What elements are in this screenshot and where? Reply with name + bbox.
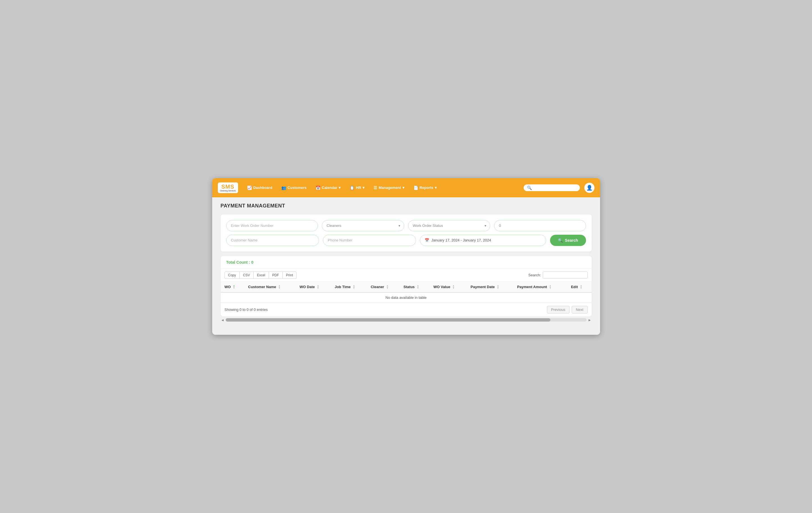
nav-calendar-label: Calendar [322, 186, 338, 190]
calendar-date-icon: 📅 [425, 238, 429, 242]
logo: SMS Cleaning Services [218, 182, 238, 193]
excel-button[interactable]: Excel [253, 272, 268, 279]
total-count-label: Total Count : [226, 260, 250, 264]
nav-search-icon: 🔍 [527, 186, 532, 190]
pagination-bar: Showing 0 to 0 of 0 entries Previous Nex… [221, 303, 592, 316]
col-wo-date[interactable]: WO Date ▲▼ [296, 282, 331, 293]
customers-icon: 👥 [281, 186, 286, 190]
scroll-left-arrow[interactable]: ◀ [221, 318, 225, 322]
nav-management[interactable]: ☰ Management ▾ [370, 184, 408, 192]
nav-dashboard[interactable]: 📈 Dashboard [244, 184, 276, 192]
next-button[interactable]: Next [572, 306, 588, 313]
col-wo[interactable]: WO ▲ ▼ [221, 282, 244, 293]
edit-sort-icon: ▲▼ [580, 285, 582, 289]
hr-dropdown-icon: ▾ [362, 186, 365, 190]
nav-dashboard-label: Dashboard [253, 186, 272, 190]
col-payment-amount[interactable]: Payment Amount ▲▼ [513, 282, 567, 293]
customer-name-input[interactable] [226, 235, 319, 246]
nav-management-label: Management [379, 186, 401, 190]
search-btn-icon: 🔍 [558, 238, 563, 243]
customer-sort-icon: ▲▼ [278, 285, 281, 289]
cleaner-sort-icon: ▲▼ [386, 285, 388, 289]
management-dropdown-icon: ▾ [403, 186, 404, 190]
filter-card: Cleaners ▾ Work Order Status ▾ 0 📅 [221, 215, 592, 252]
nav-search-input[interactable] [533, 186, 577, 190]
nav-hr[interactable]: 📋 HR ▾ [346, 184, 368, 192]
col-payment-date[interactable]: Payment Date ▲▼ [467, 282, 513, 293]
cleaners-select[interactable]: Cleaners [322, 220, 404, 231]
col-edit[interactable]: Edit ▲▼ [567, 282, 591, 293]
main-content: PAYMENT MANAGEMENT Cleaners ▾ Work Order… [212, 197, 600, 335]
wo-value-sort-icon: ▲▼ [453, 285, 455, 289]
cleaners-select-wrapper: Cleaners ▾ [322, 220, 404, 231]
payment-amount-sort-icon: ▲▼ [549, 285, 551, 289]
table-search-label: Search: [528, 273, 541, 277]
col-customer-name[interactable]: Customer Name ▲▼ [244, 282, 296, 293]
col-wo-value[interactable]: WO Value ▲▼ [430, 282, 467, 293]
no-data-message: No data available in table [221, 292, 592, 303]
phone-number-input[interactable] [323, 235, 416, 246]
total-count-bar: Total Count : 0 [221, 256, 592, 269]
scroll-right-arrow[interactable]: ▶ [588, 318, 592, 322]
col-status[interactable]: Status ▲▼ [400, 282, 430, 293]
management-icon: ☰ [374, 186, 377, 190]
previous-button[interactable]: Previous [547, 306, 570, 313]
search-button[interactable]: 🔍 Search [550, 235, 586, 246]
nav-search-box: 🔍 [524, 184, 580, 191]
date-range-text: January 17, 2024 - January 17, 2024 [431, 238, 491, 242]
calendar-icon: 📅 [316, 186, 320, 190]
table-search-input[interactable] [543, 272, 588, 279]
page-title: PAYMENT MANAGEMENT [221, 203, 592, 209]
job-time-sort-icon: ▲▼ [353, 285, 355, 289]
dashboard-icon: 📈 [247, 186, 252, 190]
date-range-picker[interactable]: 📅 January 17, 2024 - January 17, 2024 [420, 235, 546, 246]
nav-calendar[interactable]: 📅 Calendar ▾ [312, 184, 344, 192]
scrollbar-track[interactable] [226, 318, 587, 321]
table-card: Total Count : 0 Copy CSV Excel PDF Print… [221, 256, 592, 316]
calendar-dropdown-icon: ▾ [339, 186, 341, 190]
horizontal-scrollbar[interactable]: ◀ ▶ [221, 316, 592, 323]
nav-reports-label: Reports [419, 186, 433, 190]
reports-icon: 📄 [413, 186, 418, 190]
table-body: No data available in table [221, 292, 592, 303]
data-table: WO ▲ ▼ Customer Name ▲▼ [221, 282, 592, 303]
col-cleaner[interactable]: Cleaner ▲▼ [367, 282, 400, 293]
hr-icon: 📋 [350, 186, 354, 190]
table-toolbar: Copy CSV Excel PDF Print Search: [221, 269, 592, 282]
table-header-row: WO ▲ ▼ Customer Name ▲▼ [221, 282, 592, 293]
nav-customers-label: Customers [288, 186, 307, 190]
no-data-row: No data available in table [221, 292, 592, 303]
work-order-input[interactable] [226, 220, 318, 231]
reports-dropdown-icon: ▾ [435, 186, 437, 190]
logo-sms-text: SMS [222, 183, 234, 190]
avatar-icon: 👤 [586, 185, 592, 191]
search-btn-label: Search [565, 238, 578, 243]
table-head: WO ▲ ▼ Customer Name ▲▼ [221, 282, 592, 293]
pagination-buttons: Previous Next [546, 306, 588, 313]
amount-input[interactable]: 0 [494, 220, 586, 231]
wo-sort-icon: ▲ ▼ [233, 285, 235, 289]
nav-reports[interactable]: 📄 Reports ▾ [410, 184, 440, 192]
logo-sub-text: Cleaning Services [220, 190, 236, 192]
work-order-status-wrapper: Work Order Status ▾ [408, 220, 490, 231]
nav-hr-label: HR [356, 186, 361, 190]
payment-date-sort-icon: ▲▼ [497, 285, 499, 289]
nav-customers[interactable]: 👥 Customers [278, 184, 310, 192]
work-order-status-select[interactable]: Work Order Status [408, 220, 490, 231]
csv-button[interactable]: CSV [239, 272, 254, 279]
user-avatar[interactable]: 👤 [584, 183, 594, 193]
pdf-button[interactable]: PDF [269, 272, 283, 279]
table-container: WO ▲ ▼ Customer Name ▲▼ [221, 282, 592, 303]
filter-row-1: Cleaners ▾ Work Order Status ▾ 0 [226, 220, 586, 231]
wo-date-sort-icon: ▲▼ [317, 285, 319, 289]
status-sort-icon: ▲▼ [417, 285, 419, 289]
navbar: SMS Cleaning Services 📈 Dashboard 👥 Cust… [212, 178, 600, 197]
col-job-time[interactable]: Job Time ▲▼ [331, 282, 367, 293]
filter-row-2: 📅 January 17, 2024 - January 17, 2024 🔍 … [226, 235, 586, 246]
print-button[interactable]: Print [283, 272, 297, 279]
scrollbar-thumb [226, 318, 551, 321]
copy-button[interactable]: Copy [225, 272, 239, 279]
total-count-value: 0 [251, 260, 254, 264]
showing-entries-text: Showing 0 to 0 of 0 entries [225, 308, 268, 312]
